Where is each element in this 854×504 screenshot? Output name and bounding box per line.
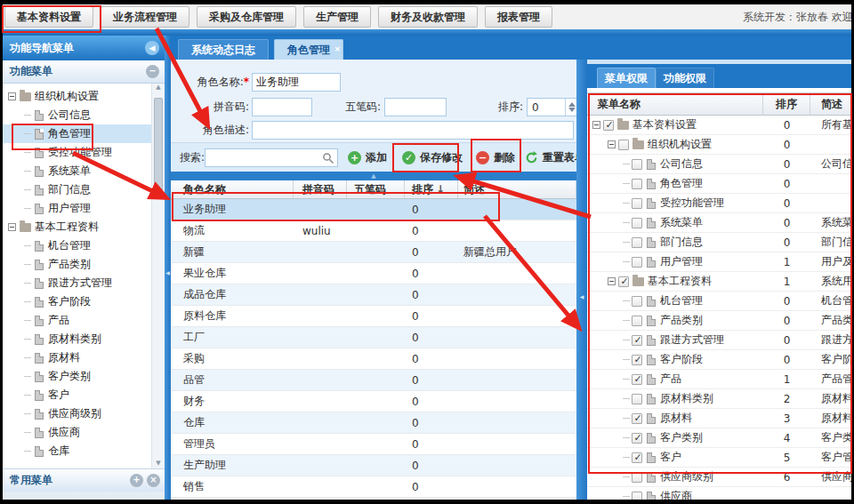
permission-checkbox[interactable] (632, 316, 642, 326)
sidebar-tree-item[interactable]: 原材料 (3, 348, 165, 367)
delete-button[interactable]: −删除 (476, 148, 515, 167)
search-input[interactable] (205, 148, 338, 167)
permission-checkbox[interactable] (632, 237, 642, 248)
permission-tree-row[interactable]: 系统菜单0系统菜 (587, 213, 851, 233)
table-row[interactable]: 原料仓库0 (171, 306, 576, 327)
table-row[interactable]: 仓库0 (171, 412, 576, 434)
tree-expand-icon[interactable] (8, 92, 16, 100)
top-menu-item[interactable]: 业务流程管理 (101, 6, 189, 28)
permission-checkbox[interactable] (632, 218, 642, 228)
permission-checkbox[interactable] (632, 413, 642, 424)
permission-checkbox[interactable] (632, 433, 642, 444)
permission-checkbox[interactable] (632, 374, 642, 385)
permission-checkbox[interactable] (632, 472, 642, 483)
tree-expand-icon[interactable] (608, 277, 616, 285)
table-header-cell[interactable]: 排序↓ (405, 180, 458, 198)
footer-close-icon[interactable]: × (147, 474, 160, 487)
permission-tree-row[interactable]: 客户5客户管 (587, 448, 851, 468)
permission-checkbox[interactable] (632, 394, 642, 404)
scroll-down-icon[interactable]: ▼ (152, 460, 165, 467)
permission-tree-row[interactable]: 原材料3原材料 (587, 409, 851, 428)
sidebar-scrollbar[interactable]: ▲ ▼ (151, 84, 165, 468)
wubi-field[interactable] (384, 98, 447, 116)
role-name-field[interactable] (252, 73, 341, 92)
tree-expand-icon[interactable] (608, 140, 616, 148)
permission-tree-row[interactable]: 机台管理0机台管 (587, 292, 851, 311)
permission-tree-row[interactable]: 客户类别4客户类 (587, 428, 851, 448)
table-row[interactable]: 新疆0新疆总用户 (171, 242, 576, 263)
permission-header-cell[interactable]: 简述 (810, 93, 851, 115)
table-header-cell[interactable]: 拼音码 (294, 180, 347, 198)
permission-tree-row[interactable]: 原材料类别2原材料 (587, 389, 851, 409)
tab-inactive[interactable]: 系统动态日志 (178, 39, 269, 60)
permission-checkbox[interactable] (632, 452, 642, 463)
table-row[interactable]: 销售0 (171, 476, 576, 498)
table-row[interactable]: 财务0 (171, 391, 576, 412)
sidebar-tree-item[interactable]: 部门信息 (3, 180, 165, 199)
right-splitter[interactable]: ◀ (576, 60, 587, 500)
top-menu-item[interactable]: 采购及仓库管理 (197, 6, 296, 28)
top-menu-item[interactable]: 基本资料设置 (4, 6, 93, 28)
sidebar-tree-item[interactable]: 产品类别 (3, 255, 165, 274)
tab-close-icon[interactable]: × (334, 39, 341, 60)
permission-tree-row[interactable]: 客户阶段0客户阶 (587, 350, 851, 370)
permission-tree-row[interactable]: 产品类别0产品类 (587, 311, 851, 331)
scrollbar-thumb[interactable] (154, 98, 163, 191)
sidebar-tree-item[interactable]: 产品 (3, 311, 165, 330)
table-row[interactable]: 果业仓库0 (171, 263, 576, 284)
sidebar-tree-item[interactable]: 系统菜单 (3, 162, 165, 180)
sidebar-tree-item[interactable]: 机台管理 (3, 236, 165, 255)
permission-header-cell[interactable]: 菜单名称 (587, 93, 763, 115)
save-button[interactable]: ✓保存修改 (402, 148, 463, 167)
permission-checkbox[interactable] (618, 276, 629, 287)
permission-checkbox[interactable] (632, 355, 642, 365)
permission-checkbox[interactable] (632, 179, 642, 189)
permission-tree-row[interactable]: 基本工程资料1系统用 (587, 272, 851, 292)
top-menu-item[interactable]: 生产管理 (303, 6, 371, 28)
sidebar-tree-item[interactable]: 供应商 (3, 423, 165, 442)
grid-collapse-strip[interactable]: ▲ (171, 172, 576, 180)
sidebar-tree-item[interactable]: 组织机构设置 (3, 87, 165, 106)
permission-tree-row[interactable]: 用户管理1用户及 (587, 252, 851, 272)
sidebar-tree-item[interactable]: 角色管理 (3, 124, 165, 143)
sidebar-footer-bar[interactable]: 常用菜单 + × (3, 468, 165, 492)
sidebar-tree-item[interactable]: 受控功能管理 (3, 143, 165, 162)
table-row[interactable]: 成品仓库0 (171, 284, 576, 306)
permission-header-cell[interactable]: 排序 (763, 93, 810, 115)
permission-checkbox[interactable] (632, 198, 642, 209)
add-button[interactable]: +添加 (348, 148, 387, 167)
permission-tree-row[interactable]: 组织机构设置0 (587, 135, 851, 155)
scroll-up-icon[interactable]: ▲ (156, 84, 160, 91)
permission-tree-row[interactable]: 供应商 (587, 487, 851, 500)
permission-tab[interactable]: 功能权限 (656, 68, 714, 88)
table-row[interactable]: 业务助理0 (171, 199, 576, 220)
permission-tree-row[interactable]: 产品1产品管 (587, 370, 851, 389)
footer-add-icon[interactable]: + (130, 474, 143, 487)
sidebar-tree-item[interactable]: 客户阶段 (3, 292, 165, 311)
sidebar-tree-item[interactable]: 基本工程资料 (3, 218, 165, 236)
permission-tree-row[interactable]: 供应商级别6供应商 (587, 468, 851, 487)
left-splitter[interactable]: ◀ (165, 36, 171, 500)
top-menu-item[interactable]: 财务及收款管理 (378, 6, 478, 28)
permission-checkbox[interactable] (632, 296, 642, 307)
table-header-cell[interactable]: 角色名称 (171, 180, 294, 198)
table-row[interactable]: 采购0 (171, 348, 576, 370)
permission-checkbox[interactable] (618, 140, 629, 150)
permission-checkbox[interactable] (632, 159, 642, 170)
collapse-up-icon[interactable]: ▲ (371, 172, 375, 180)
permission-checkbox[interactable] (632, 335, 642, 346)
table-row[interactable]: 品管0 (171, 370, 576, 391)
top-menu-item[interactable]: 报表管理 (485, 6, 552, 28)
permission-tree-row[interactable]: 公司信息0公司信 (587, 155, 851, 174)
sidebar-tree-item[interactable]: 客户类别 (3, 367, 165, 386)
tab-active[interactable]: 角色管理× (274, 39, 343, 60)
permission-tree-row[interactable]: 跟进方式管理0跟进方 (587, 331, 851, 350)
stepper-arrows-icon[interactable] (565, 99, 577, 116)
table-row[interactable]: 生产助理0 (171, 455, 576, 476)
sidebar-collapse-icon[interactable]: ◀ (145, 41, 159, 55)
sidebar-tree-item[interactable]: 原材料类别 (3, 330, 165, 348)
tree-expand-icon[interactable] (592, 121, 600, 129)
section-collapse-icon[interactable]: − (146, 65, 159, 78)
table-header-cell[interactable]: 五笔码 (347, 180, 405, 198)
sidebar-tree-item[interactable]: 用户管理 (3, 199, 165, 218)
